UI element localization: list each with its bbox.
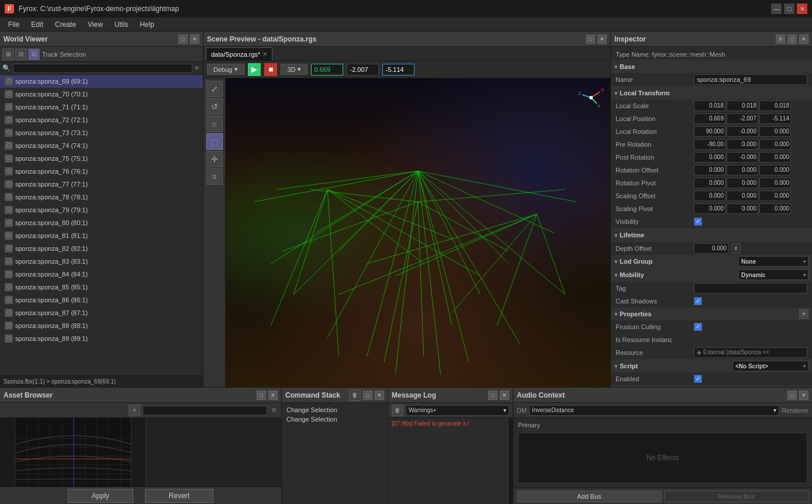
world-item-3[interactable]: ⬡ sponza:sponza_72 (72:1)	[0, 113, 203, 126]
track-selection-button[interactable]: ☑	[28, 49, 40, 60]
asset-browser-float[interactable]: □	[257, 391, 266, 400]
frustum-culling-checkbox[interactable]: ✓	[694, 323, 702, 331]
message-log-scrollbar[interactable]	[508, 418, 513, 504]
scale-pivot-x[interactable]	[694, 203, 725, 214]
world-item-19[interactable]: ⬡ sponza:sponza_88 (88:1)	[0, 319, 203, 332]
local-rot-z[interactable]	[759, 126, 791, 137]
apply-button[interactable]: Apply	[68, 489, 133, 503]
world-item-2[interactable]: ⬡ sponza:sponza_71 (71:1)	[0, 101, 203, 113]
audio-context-close[interactable]: ✕	[799, 391, 808, 400]
rotate-tool-button[interactable]: ↺	[206, 98, 223, 115]
world-item-0[interactable]: ⬡ sponza:sponza_69 (69:1)	[0, 75, 203, 88]
audio-context-float[interactable]: □	[787, 391, 797, 400]
message-log-trash[interactable]: 🗑	[392, 405, 403, 416]
collapse-all-button[interactable]: ⊟	[15, 49, 27, 60]
post-rot-y[interactable]	[727, 152, 758, 163]
world-item-9[interactable]: ⬡ sponza:sponza_78 (78:1)	[0, 191, 203, 203]
scene-preview-close[interactable]: ✕	[597, 34, 607, 44]
properties-header[interactable]: Properties +	[611, 308, 812, 320]
maximize-button[interactable]: □	[784, 4, 794, 14]
message-log-close[interactable]: ✕	[500, 391, 509, 400]
cast-shadows-checkbox[interactable]: ✓	[694, 297, 702, 305]
name-input[interactable]	[694, 74, 807, 85]
world-item-12[interactable]: ⬡ sponza:sponza_81 (81:1)	[0, 229, 203, 242]
command-stack-float[interactable]: □	[363, 391, 372, 400]
local-pos-y[interactable]	[727, 113, 758, 124]
scale-pivot-y[interactable]	[727, 203, 758, 214]
world-viewer-float[interactable]: □	[178, 34, 188, 44]
menu-file[interactable]: File	[2, 19, 25, 30]
local-pos-z[interactable]	[759, 113, 791, 124]
scene-canvas[interactable]: X Y Z	[226, 78, 610, 387]
command-item-0[interactable]: Change Selection	[284, 405, 385, 415]
world-item-18[interactable]: ⬡ sponza:sponza_87 (87:1)	[0, 306, 203, 319]
post-rot-x[interactable]	[694, 152, 725, 163]
pre-rot-z[interactable]	[759, 139, 791, 150]
world-item-17[interactable]: ⬡ sponza:sponza_86 (86:1)	[0, 294, 203, 306]
scale-offset-x[interactable]	[694, 191, 725, 201]
asset-browser-close[interactable]: ✕	[268, 391, 278, 400]
world-viewer-close[interactable]: ✕	[190, 34, 199, 44]
scale-pivot-z[interactable]	[759, 203, 791, 214]
depth-offset-scroll[interactable]: ⬍	[731, 243, 741, 254]
world-item-7[interactable]: ⬡ sponza:sponza_76 (76:1)	[0, 165, 203, 178]
local-scale-x[interactable]	[694, 101, 725, 111]
world-item-4[interactable]: ⬡ sponza:sponza_73 (73:1)	[0, 126, 203, 139]
visibility-checkbox[interactable]: ✓	[694, 218, 702, 226]
world-item-13[interactable]: ⬡ sponza:sponza_82 (82:1)	[0, 242, 203, 255]
world-item-5[interactable]: ⬡ sponza:sponza_74 (74:1)	[0, 139, 203, 152]
mobility-header[interactable]: Mobility Dynamic	[611, 268, 812, 281]
world-item-16[interactable]: ⬡ sponza:sponza_85 (85:1)	[0, 281, 203, 294]
command-stack-close[interactable]: ✕	[375, 391, 384, 400]
rot-offset-y[interactable]	[727, 165, 758, 175]
menu-help[interactable]: Help	[134, 19, 160, 30]
script-header[interactable]: Script <No Script>	[611, 360, 812, 372]
coord-x-input[interactable]	[311, 64, 343, 75]
depth-offset-input[interactable]	[694, 243, 729, 254]
asset-search-input[interactable]	[143, 406, 267, 415]
mobility-dropdown[interactable]: Dynamic	[738, 270, 808, 280]
close-button[interactable]: ✕	[797, 4, 807, 14]
post-rot-z[interactable]	[759, 152, 791, 163]
rot-pivot-z[interactable]	[759, 178, 791, 188]
scene-preview-float[interactable]: □	[586, 34, 595, 44]
world-item-11[interactable]: ⬡ sponza:sponza_80 (80:1)	[0, 216, 203, 229]
pre-rot-y[interactable]	[727, 139, 758, 150]
lod-group-dropdown[interactable]: None	[738, 256, 808, 267]
rot-pivot-x[interactable]	[694, 178, 725, 188]
asset-add-button[interactable]: +	[129, 405, 140, 416]
lod-group-header[interactable]: Lod Group None	[611, 255, 812, 268]
local-rot-x[interactable]	[694, 126, 725, 137]
local-rot-y[interactable]	[727, 126, 758, 137]
properties-add-button[interactable]: +	[799, 309, 808, 319]
scissor-tool-button[interactable]: ⌗	[206, 168, 223, 185]
add-bus-button[interactable]: Add Bus	[517, 491, 662, 502]
rot-offset-x[interactable]	[694, 165, 725, 175]
scale-offset-y[interactable]	[727, 191, 758, 201]
inspector-copy-button[interactable]: ⎘	[776, 34, 785, 44]
world-item-20[interactable]: ⬡ sponza:sponza_89 (89:1)	[0, 332, 203, 345]
play-button[interactable]: ▶	[248, 63, 261, 76]
local-transform-header[interactable]: Local Transform	[611, 87, 812, 99]
search-clear-button[interactable]: ✕	[192, 64, 201, 73]
local-scale-y[interactable]	[727, 101, 758, 111]
debug-mode-button[interactable]: Debug ▾	[207, 64, 244, 75]
world-item-15[interactable]: ⬡ sponza:sponza_84 (84:1)	[0, 268, 203, 281]
menu-view[interactable]: View	[82, 19, 109, 30]
world-search-input[interactable]	[13, 64, 192, 73]
world-item-10[interactable]: ⬡ sponza:sponza_79 (79:1)	[0, 203, 203, 216]
scale-offset-z[interactable]	[759, 191, 791, 201]
scene-tab-sponza[interactable]: data/Sponza.rgs* ✕	[206, 47, 272, 60]
view-mode-button[interactable]: 3D ▾	[281, 64, 307, 75]
minimize-button[interactable]: —	[771, 4, 782, 14]
base-section-header[interactable]: Base	[611, 60, 812, 73]
rot-pivot-y[interactable]	[727, 178, 758, 188]
coord-z-input[interactable]	[382, 64, 414, 75]
expand-all-button[interactable]: ⊞	[2, 49, 14, 60]
world-item-6[interactable]: ⬡ sponza:sponza_75 (75:1)	[0, 152, 203, 165]
tab-close-icon[interactable]: ✕	[262, 51, 267, 57]
resource-field[interactable]: ◈ External (data/Sponza <<	[694, 347, 807, 358]
remove-bus-button[interactable]: Remove Bus	[664, 491, 809, 502]
inspector-close[interactable]: ✕	[799, 34, 808, 44]
select-tool-button[interactable]: ⬚	[206, 133, 223, 150]
